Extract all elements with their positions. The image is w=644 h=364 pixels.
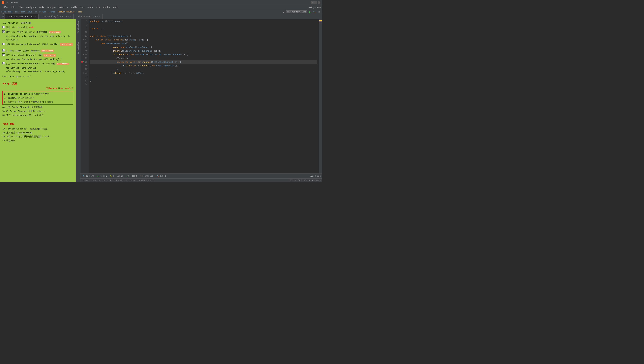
- menu-run[interactable]: Run: [79, 6, 86, 9]
- run-panel-button[interactable]: ▶ 4: Run: [97, 174, 108, 177]
- read-section-title: read 流程: [2, 122, 74, 126]
- todo-button[interactable]: ✔ 6: TODO: [126, 174, 138, 177]
- accept-item-2: 2) 遍历处理 selectedKeys: [4, 96, 72, 100]
- run-button[interactable]: ▶: [308, 10, 312, 14]
- checkbox-3[interactable]: ✓: [2, 43, 5, 45]
- method-addlast: addLast: [140, 64, 150, 67]
- cursor-position[interactable]: 17:19: [290, 179, 296, 181]
- breadcrumb-cn[interactable]: cn: [35, 11, 37, 13]
- project-name-header: netty-demo: [308, 6, 321, 9]
- java-icon-2: ☕: [40, 16, 42, 18]
- app-icon: ♦: [2, 1, 4, 4]
- encoding[interactable]: UTF-8: [304, 179, 310, 181]
- method-initchannel: initChannel: [136, 61, 151, 63]
- type-string: String: [127, 39, 135, 41]
- project-panel-label: 1: Project: [0, 14, 5, 19]
- title-bar-controls[interactable]: ─ □ ✕: [311, 1, 320, 4]
- note-item-2: ✓ 原生 ssc 注册至 selector 未关注事件 nio-thread: [2, 30, 74, 34]
- tab-testsourceserver[interactable]: ☕ TestSourceServer.java ✕: [5, 14, 38, 19]
- build-icon: 🔨: [156, 175, 159, 177]
- fold-21[interactable]: ▼: [82, 72, 85, 74]
- fold-11[interactable]: ▶: [82, 35, 85, 37]
- terminal-button[interactable]: ⬛ Terminal: [140, 174, 154, 177]
- build-button[interactable]: 🔨: [312, 11, 316, 14]
- run-config-dropdown[interactable]: TestBacklogClient: [286, 11, 307, 13]
- ln-12: ▶12: [80, 38, 89, 42]
- breadcrumb-source[interactable]: source: [48, 11, 55, 13]
- menu-edit[interactable]: Edit: [9, 6, 17, 9]
- indent-setting[interactable]: 4 spaces: [312, 179, 321, 181]
- fold-16[interactable]: ▼: [82, 53, 85, 56]
- note-item-5-text: 原生 ServerSocketChannel 绑定 nio-thread: [6, 53, 56, 57]
- code-5: selectionKey.interestOps(SelectionKey.OP…: [6, 70, 74, 74]
- breadcrumb-method[interactable]: main: [78, 11, 82, 13]
- status-message: Loaded classes are up to date. Nothing t…: [82, 179, 154, 181]
- tab-testbacklogclient-close[interactable]: ✕: [70, 16, 71, 18]
- breadcrumb-test[interactable]: test: [21, 11, 25, 13]
- annotation-text: 已经在 eventLoop 中做过了: [46, 87, 74, 90]
- note-item-2-text: 原生 ssc 注册至 selector 未关注事件 nio-thread: [6, 30, 61, 34]
- kw-package: package: [90, 20, 100, 23]
- menu-code[interactable]: Code: [38, 6, 46, 9]
- note-item-3-text: 执行 NioServerSocketChannel 初始化 handler ni…: [6, 42, 73, 46]
- checkbox-1[interactable]: ✓: [2, 26, 5, 28]
- accept-item-3: 3) 拿到一个 key，判断事件类型是否为 accept: [4, 100, 72, 104]
- menu-refactor[interactable]: Refactor: [57, 6, 70, 9]
- breadcrumb-src[interactable]: src: [15, 11, 18, 13]
- title-bar-title: netty-demo: [6, 1, 18, 4]
- menu-navigate[interactable]: Navigate: [25, 6, 38, 9]
- menu-view[interactable]: View: [17, 6, 25, 9]
- close-button[interactable]: ✕: [318, 1, 320, 4]
- breadcrumb-itcast[interactable]: itcast: [39, 11, 46, 13]
- tab-testbacklogclient[interactable]: ☕ TestBacklogClient.java ✕: [38, 14, 74, 19]
- menu-build[interactable]: Build: [70, 6, 79, 9]
- checkbox-6[interactable]: ✓: [2, 62, 5, 64]
- breadcrumb-java[interactable]: java: [28, 11, 32, 13]
- breakpoint-18[interactable]: [81, 61, 83, 63]
- fold-12[interactable]: ▶: [82, 38, 85, 41]
- menu-vcs[interactable]: VCS: [95, 6, 101, 9]
- read-item-1: 1) selector.select() 阻塞直到事件发生: [2, 127, 74, 131]
- code-row-14: . group( new NioEventLoopGroup()): [90, 45, 317, 49]
- code-row-3: import ...;: [90, 27, 317, 30]
- ln-18: ▶18: [80, 60, 89, 64]
- event-log-button[interactable]: Event Log: [310, 175, 321, 177]
- event-log-label: Event Log: [310, 175, 321, 177]
- settings-button[interactable]: ⚙: [318, 11, 321, 14]
- back-button[interactable]: ◀: [282, 11, 285, 14]
- menu-tools[interactable]: Tools: [86, 6, 94, 9]
- checkbox-5[interactable]: ✓: [2, 53, 5, 56]
- minimize-button[interactable]: ─: [311, 1, 314, 4]
- right-sidebar: [319, 19, 322, 173]
- menu-help[interactable]: Help: [112, 6, 120, 9]
- structure-tab[interactable]: 7: Structure: [77, 20, 79, 34]
- gutter: 1 2 3 10 ▶11 ▶12 13 14 15 ▼16 17: [80, 19, 89, 173]
- note-item-5: ✓ 原生 ServerSocketChannel 绑定 nio-thread: [2, 53, 74, 57]
- code-row-15: . channel( NioServerSocketChannel.class): [90, 49, 317, 53]
- main-label: main: [29, 26, 34, 29]
- build-panel-button[interactable]: 🔨 Build: [156, 174, 166, 177]
- menu-window[interactable]: Window: [102, 6, 112, 9]
- menu-file[interactable]: File: [1, 6, 9, 9]
- breadcrumb-netty-demo[interactable]: netty-demo: [1, 11, 12, 13]
- checkbox-4[interactable]: ✓: [2, 49, 5, 51]
- annotation-override: @Override: [117, 57, 128, 60]
- checkbox-2[interactable]: ✓: [2, 30, 5, 33]
- note-item-4-text: 2. regFuture 的回调 doBind0 nio-thread: [6, 49, 54, 53]
- code-content[interactable]: package cn.itcast.source; import ...; pu…: [89, 19, 319, 173]
- ln-15: 15: [80, 49, 89, 53]
- tab-nioeventloop[interactable]: ☕ NioEventLoop.java ✕: [74, 14, 102, 19]
- breadcrumb-actions: ◀ TestBacklogClient ▶ 🔨 ⚙: [282, 10, 321, 14]
- debug-button[interactable]: 🐛 5: Debug: [110, 174, 124, 177]
- menu-analyze[interactable]: Analyze: [46, 6, 57, 9]
- find-button[interactable]: 🔍 3: Find: [82, 174, 95, 177]
- breadcrumb-class[interactable]: TestSourceServer: [58, 11, 76, 13]
- favorites-tab[interactable]: 2: Favorites: [77, 41, 79, 55]
- line-ending[interactable]: CRLF: [298, 179, 302, 181]
- tab-nioeventloop-close[interactable]: ✕: [99, 16, 100, 18]
- type-nioserversocketchannel: NioServerSocketChannel: [123, 50, 152, 52]
- maximize-button[interactable]: □: [314, 1, 317, 4]
- tab-testsourceserver-close[interactable]: ✕: [35, 16, 36, 18]
- code-row-21: }). bind( inetPort: 8080);: [90, 71, 317, 75]
- annotation-container: 已经在 eventLoop 中做过了: [2, 86, 74, 90]
